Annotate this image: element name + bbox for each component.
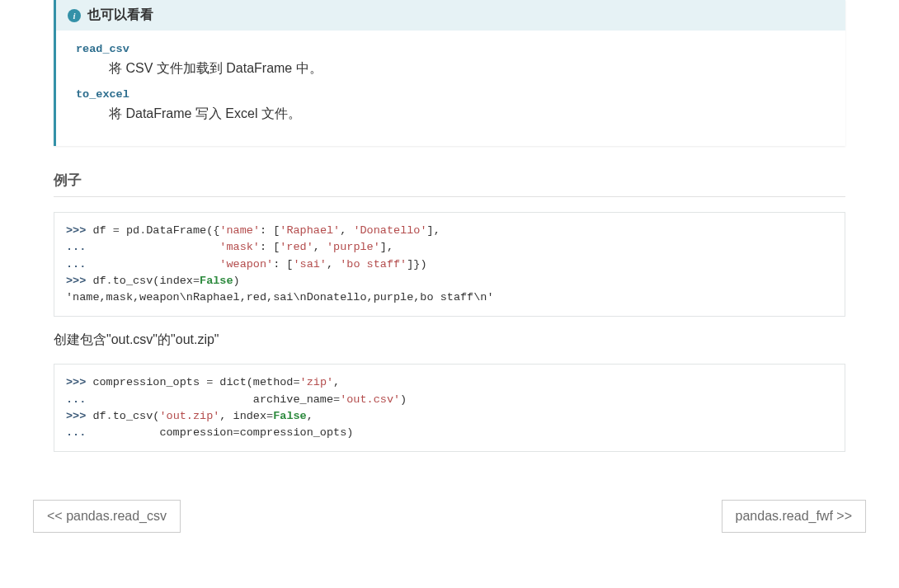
code-prompt: >>> [66,224,92,237]
example-paragraph: 创建包含"out.csv"的"out.zip" [54,332,845,349]
info-icon: i [68,9,81,22]
seealso-item: to_excel 将 DataFrame 写入 Excel 文件。 [76,86,826,123]
seealso-body: read_csv 将 CSV 文件加载到 DataFrame 中。 to_exc… [56,31,845,146]
examples-heading: 例子 [54,171,845,197]
code-prompt: >>> [66,275,92,287]
seealso-title-row: i 也可以看看 [56,0,845,31]
code-block-2: >>> compression_opts = dict(method='zip'… [54,364,845,452]
nav-next-button[interactable]: pandas.read_fwf >> [722,500,866,533]
code-prompt: ... [66,258,92,270]
seealso-admonition: i 也可以看看 read_csv 将 CSV 文件加载到 DataFrame 中… [54,0,845,146]
seealso-link-read-csv[interactable]: read_csv [76,43,129,55]
code-block-1: >>> df = pd.DataFrame({'name': ['Raphael… [54,212,845,317]
nav-footer: << pandas.read_csv pandas.read_fwf >> [0,492,899,557]
seealso-item: read_csv 将 CSV 文件加载到 DataFrame 中。 [76,40,826,78]
seealso-link-to-excel[interactable]: to_excel [76,88,129,101]
code-prompt: ... [66,241,92,253]
seealso-title: 也可以看看 [87,7,153,24]
seealso-desc: 将 DataFrame 写入 Excel 文件。 [109,106,826,123]
code-prompt: >>> [66,376,92,388]
code-prompt: ... [66,393,92,406]
nav-prev-button[interactable]: << pandas.read_csv [33,500,181,533]
code-prompt: >>> [66,410,92,422]
code-output: 'name,mask,weapon\nRaphael,red,sai\nDona… [66,291,493,303]
seealso-desc: 将 CSV 文件加载到 DataFrame 中。 [109,60,826,78]
code-prompt: ... [66,426,92,439]
